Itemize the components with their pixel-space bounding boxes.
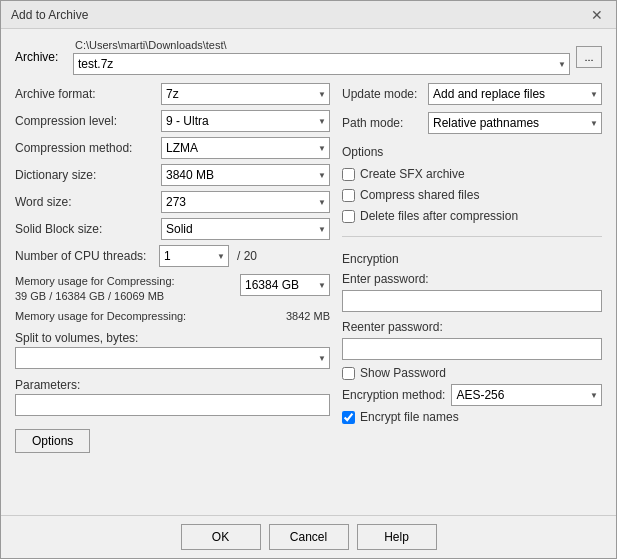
path-mode-wrap: Relative pathnames	[428, 112, 602, 134]
compress-shared-label[interactable]: Compress shared files	[360, 188, 479, 202]
dictionary-size-label: Dictionary size:	[15, 168, 155, 182]
window-title: Add to Archive	[11, 8, 88, 22]
delete-files-checkbox[interactable]	[342, 210, 355, 223]
path-mode-label: Path mode:	[342, 116, 422, 130]
reenter-password-input[interactable]	[342, 338, 602, 360]
archive-label: Archive:	[15, 50, 67, 64]
enc-method-label: Encryption method:	[342, 388, 445, 402]
options-section-title: Options	[342, 145, 602, 159]
solid-block-row: Solid Block size: Solid	[15, 218, 330, 240]
cpu-threads-row: Number of CPU threads: 1 / 20	[15, 245, 330, 267]
encrypt-names-row: Encrypt file names	[342, 410, 602, 424]
params-row: Parameters:	[15, 378, 330, 416]
format-row: Archive format: 7z	[15, 83, 330, 105]
close-button[interactable]: ✕	[588, 6, 606, 24]
options-button[interactable]: Options	[15, 429, 90, 453]
title-bar: Add to Archive ✕	[1, 1, 616, 29]
encryption-section: Encryption Enter password: Reenter passw…	[342, 252, 602, 426]
right-column: Update mode: Add and replace files Path …	[342, 83, 602, 505]
compression-level-wrap: 9 - Ultra	[161, 110, 330, 132]
cpu-threads-label: Number of CPU threads:	[15, 249, 155, 263]
compression-level-row: Compression level: 9 - Ultra	[15, 110, 330, 132]
divider	[342, 236, 602, 237]
format-label: Archive format:	[15, 87, 155, 101]
archive-input-wrap: C:\Users\marti\Downloads\test\ test.7z	[73, 39, 570, 75]
path-mode-select[interactable]: Relative pathnames	[428, 112, 602, 134]
delete-files-row: Delete files after compression	[342, 209, 602, 223]
add-to-archive-window: Add to Archive ✕ Archive: C:\Users\marti…	[0, 0, 617, 559]
memory-compress-label1: Memory usage for Compressing:	[15, 274, 234, 289]
archive-filename-combo[interactable]: test.7z	[73, 53, 570, 75]
word-size-row: Word size: 273	[15, 191, 330, 213]
enter-password-label: Enter password:	[342, 272, 602, 286]
split-input-wrap	[15, 347, 330, 369]
left-column: Archive format: 7z Compression level: 9 …	[15, 83, 330, 505]
compression-level-select[interactable]: 9 - Ultra	[161, 110, 330, 132]
memory-compress-select[interactable]: 16384 GB	[240, 274, 330, 296]
browse-button[interactable]: ...	[576, 46, 602, 68]
ok-button[interactable]: OK	[181, 524, 261, 550]
compression-method-label: Compression method:	[15, 141, 155, 155]
encryption-section-title: Encryption	[342, 252, 399, 266]
create-sfx-row: Create SFX archive	[342, 167, 602, 181]
compress-shared-row: Compress shared files	[342, 188, 602, 202]
dictionary-size-wrap: 3840 MB	[161, 164, 330, 186]
memory-compress-label-col: Memory usage for Compressing: 39 GB / 16…	[15, 274, 234, 305]
word-size-wrap: 273	[161, 191, 330, 213]
split-row: Split to volumes, bytes:	[15, 331, 330, 369]
memory-decomp-value: 3842 MB	[286, 310, 330, 322]
options-btn-row: Options	[15, 429, 330, 453]
solid-block-label: Solid Block size:	[15, 222, 155, 236]
show-password-row: Show Password	[342, 366, 602, 380]
dictionary-size-select[interactable]: 3840 MB	[161, 164, 330, 186]
memory-decomp-label: Memory usage for Decompressing:	[15, 310, 280, 322]
format-select[interactable]: 7z	[161, 83, 330, 105]
help-button[interactable]: Help	[357, 524, 437, 550]
compression-method-select[interactable]: LZMA	[161, 137, 330, 159]
encrypt-names-checkbox[interactable]	[342, 411, 355, 424]
update-mode-wrap: Add and replace files	[428, 83, 602, 105]
format-wrap: 7z	[161, 83, 330, 105]
cpu-threads-wrap: 1	[159, 245, 229, 267]
enter-password-input[interactable]	[342, 290, 602, 312]
memory-decomp-row: Memory usage for Decompressing: 3842 MB	[15, 310, 330, 322]
enc-method-select[interactable]: AES-256	[451, 384, 602, 406]
create-sfx-label[interactable]: Create SFX archive	[360, 167, 465, 181]
dictionary-size-row: Dictionary size: 3840 MB	[15, 164, 330, 186]
path-mode-row: Path mode: Relative pathnames	[342, 112, 602, 134]
compress-shared-checkbox[interactable]	[342, 189, 355, 202]
word-size-select[interactable]: 273	[161, 191, 330, 213]
create-sfx-checkbox[interactable]	[342, 168, 355, 181]
encrypt-names-label[interactable]: Encrypt file names	[360, 410, 459, 424]
enc-method-wrap: AES-256	[451, 384, 602, 406]
show-password-label[interactable]: Show Password	[360, 366, 446, 380]
compression-level-label: Compression level:	[15, 114, 155, 128]
archive-path: C:\Users\marti\Downloads\test\	[73, 39, 570, 51]
memory-compress-wrap: 16384 GB	[240, 274, 330, 296]
memory-compress-row: Memory usage for Compressing: 39 GB / 16…	[15, 274, 330, 305]
delete-files-label[interactable]: Delete files after compression	[360, 209, 518, 223]
params-input[interactable]	[15, 394, 330, 416]
show-password-checkbox[interactable]	[342, 367, 355, 380]
update-mode-label: Update mode:	[342, 87, 422, 101]
bottom-bar: OK Cancel Help	[1, 515, 616, 558]
content-area: Archive: C:\Users\marti\Downloads\test\ …	[1, 29, 616, 515]
cpu-threads-select[interactable]: 1	[159, 245, 229, 267]
solid-block-select[interactable]: Solid	[161, 218, 330, 240]
cancel-button[interactable]: Cancel	[269, 524, 349, 550]
compression-method-wrap: LZMA	[161, 137, 330, 159]
memory-compress-label2: 39 GB / 16384 GB / 16069 MB	[15, 289, 234, 304]
word-size-label: Word size:	[15, 195, 155, 209]
split-label: Split to volumes, bytes:	[15, 331, 330, 345]
reenter-password-label: Reenter password:	[342, 320, 602, 334]
split-combo[interactable]	[15, 347, 330, 369]
update-mode-select[interactable]: Add and replace files	[428, 83, 602, 105]
update-mode-row: Update mode: Add and replace files	[342, 83, 602, 105]
cpu-threads-max: / 20	[237, 249, 257, 263]
enc-method-row: Encryption method: AES-256	[342, 384, 602, 406]
solid-block-wrap: Solid	[161, 218, 330, 240]
archive-row: Archive: C:\Users\marti\Downloads\test\ …	[15, 39, 602, 75]
main-columns: Archive format: 7z Compression level: 9 …	[15, 83, 602, 505]
compression-method-row: Compression method: LZMA	[15, 137, 330, 159]
params-label: Parameters:	[15, 378, 330, 392]
